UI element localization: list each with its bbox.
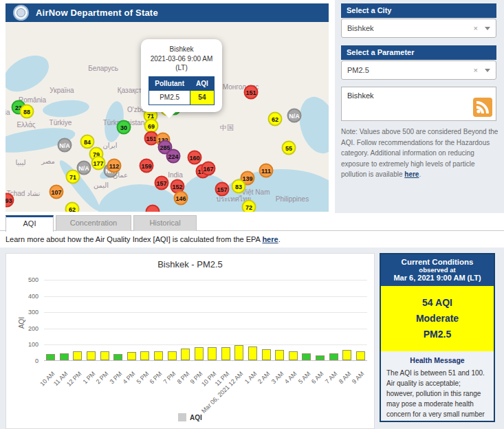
chart-bar[interactable] — [262, 349, 271, 360]
note-here-link[interactable]: here — [404, 170, 419, 178]
aqi-map-marker[interactable]: 55 — [282, 141, 296, 155]
learn-more-here-link[interactable]: here — [262, 235, 278, 243]
aqi-map-marker[interactable]: 151 — [244, 85, 259, 100]
popup-timezone: (LT) — [144, 63, 219, 73]
aqi-map[interactable]: БеларусьУкраїнаRomâniaItaliaΕλλάςTürkiye… — [6, 22, 329, 212]
chart-bar[interactable] — [60, 353, 69, 360]
conditions-aqi-value: 54 AQI — [384, 295, 491, 311]
note-suffix: . — [419, 170, 421, 178]
rss-icon[interactable] — [473, 98, 492, 117]
popup-table: Pollutant AQI PM2.5 54 — [149, 76, 215, 105]
chart-ytick-label: 200 — [28, 325, 39, 332]
aqi-map-marker[interactable]: 84 — [80, 135, 95, 149]
aqi-map-marker[interactable]: 157 — [215, 182, 230, 197]
aqi-map-marker[interactable]: 30 — [117, 120, 131, 135]
aqi-map-marker[interactable]: 160 — [188, 151, 202, 165]
chart-bar[interactable] — [342, 350, 351, 360]
select-parameter-header: Select a Parameter — [341, 45, 496, 60]
chart-bar[interactable] — [289, 351, 298, 360]
chart-y-axis-label: AQI — [18, 317, 25, 329]
chart-bar[interactable] — [208, 347, 217, 360]
chart-legend[interactable]: AQI — [6, 413, 374, 421]
chart-title: Bishkek - PM2.5 — [6, 259, 374, 270]
popup-col-aqi: AQI — [190, 76, 215, 91]
chart-gridline — [44, 312, 367, 313]
chart-bar[interactable] — [234, 345, 243, 360]
chart-gridline — [44, 329, 367, 329]
learn-more-text: Learn more about how the Air Quality Ind… — [6, 235, 281, 243]
aqi-map-marker[interactable]: 146 — [174, 191, 188, 206]
chart-bar[interactable] — [248, 346, 257, 360]
map-popup: Bishkek 2021-03-06 9:00 AM (LT) Pollutan… — [141, 39, 222, 112]
chart-xtick-label: 1 PM — [81, 370, 96, 385]
parameter-select[interactable]: PM2.5 × — [341, 60, 496, 80]
map-label: اليمن — [94, 182, 109, 189]
aqi-map-marker[interactable]: 107 — [50, 185, 64, 199]
aqi-map-marker[interactable]: 159 — [140, 159, 154, 173]
chart-bar[interactable] — [356, 351, 365, 360]
chart-bar[interactable] — [316, 355, 325, 360]
conditions-aqi-box: 54 AQI Moderate PM2.5 — [381, 286, 494, 351]
chart-xtick-label: 7 AM — [324, 370, 339, 385]
aqi-map-marker[interactable]: 157 — [155, 176, 169, 190]
aqi-map-marker[interactable]: 111 — [259, 164, 274, 178]
chart-bar[interactable] — [195, 347, 204, 360]
aqi-chart: Bishkek - PM2.5 AQI 0100200300400500 10 … — [6, 253, 375, 429]
map-label: Україна — [50, 87, 74, 94]
chart-bar[interactable] — [127, 352, 136, 360]
map-label: ليبيا — [15, 159, 25, 166]
chart-bar[interactable] — [87, 351, 96, 360]
map-label: Ελλάς — [17, 121, 35, 129]
clear-city-icon[interactable]: × — [474, 24, 478, 32]
city-select[interactable]: Bishkek × — [341, 19, 496, 38]
chart-bar[interactable] — [113, 354, 122, 360]
chevron-down-icon[interactable] — [485, 69, 490, 72]
aqi-map-marker[interactable]: 224 — [166, 149, 181, 164]
chart-bar[interactable] — [46, 354, 55, 360]
dos-seal-icon — [13, 5, 29, 21]
aqi-map-marker[interactable]: 62 — [65, 202, 80, 212]
tab-bar: AQI Concentration Historical — [0, 215, 504, 231]
chevron-down-icon[interactable] — [485, 27, 490, 30]
map-label: مصر — [41, 157, 55, 165]
chart-bar[interactable] — [275, 350, 284, 360]
parameter-select-value: PM2.5 — [347, 66, 474, 74]
chart-gridline — [44, 344, 367, 345]
aqi-map-marker[interactable]: 112 — [107, 159, 122, 173]
chart-bar[interactable] — [221, 347, 230, 360]
clear-parameter-icon[interactable]: × — [474, 66, 478, 74]
chart-xtick-label: 3 PM — [108, 370, 123, 385]
health-message-section: Health Message The AQI is between 51 and… — [381, 351, 494, 422]
conditions-header: Current Conditions observed at Mar 6, 20… — [381, 254, 494, 286]
chart-ytick-label: 400 — [28, 293, 39, 300]
chart-bar[interactable] — [168, 351, 177, 360]
aqi-map-marker[interactable]: N/A — [58, 138, 72, 153]
aqi-map-marker[interactable]: 71 — [66, 170, 80, 184]
health-message-text: The AQI is between 51 and 100. Air quali… — [386, 368, 488, 422]
chart-bar[interactable] — [302, 353, 311, 360]
airnow-page: AirNow Department of State БеларусьУкраї… — [0, 0, 504, 429]
legend-swatch — [178, 413, 186, 421]
aqi-map-marker[interactable]: 167 — [201, 162, 216, 176]
aqi-map-marker[interactable]: 83 — [232, 179, 246, 194]
chart-bar[interactable] — [73, 351, 82, 360]
chart-xtick-label: 2 AM — [256, 370, 272, 385]
chart-bar[interactable] — [154, 351, 163, 360]
chart-bar[interactable] — [100, 351, 109, 360]
aqi-map-marker[interactable]: 88 — [20, 104, 34, 119]
tab-aqi[interactable]: AQI — [6, 215, 54, 232]
tab-concentration[interactable]: Concentration — [56, 215, 131, 231]
chart-bar[interactable] — [329, 353, 338, 360]
chart-bar[interactable] — [140, 351, 149, 360]
conditions-category: Moderate — [384, 311, 491, 327]
tab-historical[interactable]: Historical — [133, 215, 197, 231]
aqi-map-marker[interactable]: 72 — [242, 200, 256, 212]
aqi-map-marker[interactable]: 62 — [268, 112, 283, 126]
aqi-map-marker[interactable]: N/A — [287, 109, 302, 123]
city-feed-box: Bishkek — [341, 87, 496, 121]
chart-bar[interactable] — [181, 349, 190, 360]
chart-gridline — [44, 280, 367, 280]
chart-xtick-label: 6 AM — [310, 370, 325, 385]
chart-xtick-label: 8 PM — [175, 370, 190, 385]
map-label: India — [168, 171, 183, 179]
